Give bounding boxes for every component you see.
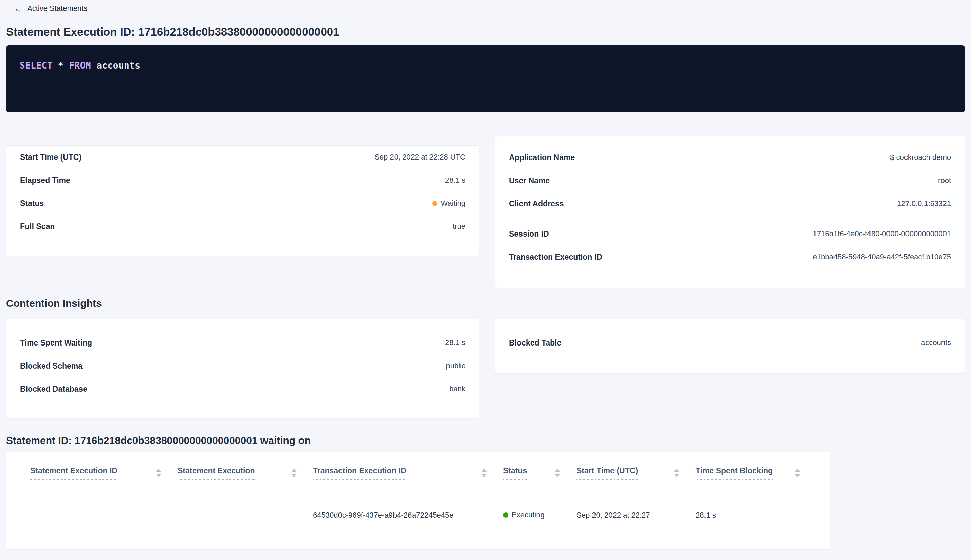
card-divider: [509, 218, 951, 219]
client-address-row: Client Address 127.0.0.1:63321: [509, 192, 951, 215]
blocked-table-row: Blocked Table accounts: [509, 331, 951, 354]
sql-statement-box: SELECT * FROM accounts: [6, 45, 965, 112]
blocked-database-value: bank: [449, 385, 465, 393]
blocked-database-row: Blocked Database bank: [20, 377, 465, 400]
sort-desc-icon: [795, 474, 800, 477]
sort-asc-icon: [555, 469, 560, 472]
status-executing-dot-icon: [503, 512, 508, 518]
transaction-execution-id-label: Transaction Execution ID: [509, 253, 602, 262]
column-header-statement-execution[interactable]: Statement Execution: [178, 466, 313, 480]
cell-time-spent-blocking: 28.1 s: [696, 511, 816, 520]
sort-icon: [674, 469, 679, 477]
waiting-on-table-card: Statement Execution ID Statement Executi…: [6, 452, 831, 550]
cell-status-text: Executing: [512, 510, 545, 519]
sql-keyword-select: SELECT: [20, 60, 53, 71]
user-name-label: User Name: [509, 176, 550, 185]
time-spent-waiting-value: 28.1 s: [445, 338, 465, 347]
waiting-on-table-header: Statement Execution ID Statement Executi…: [20, 452, 816, 490]
status-row: Status Waiting: [20, 192, 465, 215]
sql-table-name: accounts: [97, 60, 140, 71]
active-statement-details-page: ← Active Statements Statement Execution …: [0, 0, 971, 550]
transaction-execution-id-row: Transaction Execution ID e1bba458-5948-4…: [509, 245, 951, 268]
sort-icon: [555, 469, 560, 477]
column-header-label: Statement Execution: [178, 466, 255, 480]
time-spent-waiting-label: Time Spent Waiting: [20, 338, 92, 348]
sort-asc-icon: [156, 469, 161, 472]
column-header-start-time[interactable]: Start Time (UTC): [577, 466, 696, 480]
column-header-label: Time Spent Blocking: [696, 466, 773, 480]
column-header-time-spent-blocking[interactable]: Time Spent Blocking: [696, 466, 816, 480]
overview-cards-row: Start Time (UTC) Sep 20, 2022 at 22:28 U…: [6, 136, 965, 288]
application-name-row: Application Name $ cockroach demo: [509, 146, 951, 169]
sql-star: *: [58, 60, 63, 71]
blocked-table-value: accounts: [921, 338, 951, 347]
sort-asc-icon: [291, 469, 297, 472]
elapsed-time-value: 28.1 s: [445, 176, 465, 185]
cell-status: Executing: [503, 510, 577, 520]
back-to-active-statements-link[interactable]: ← Active Statements: [13, 4, 87, 13]
sort-icon: [291, 469, 297, 477]
sort-desc-icon: [481, 474, 487, 477]
start-time-row: Start Time (UTC) Sep 20, 2022 at 22:28 U…: [20, 146, 465, 169]
statement-overview-card: Start Time (UTC) Sep 20, 2022 at 22:28 U…: [6, 145, 479, 256]
blocked-schema-value: public: [446, 362, 465, 370]
status-value-text: Waiting: [441, 199, 465, 208]
column-header-label: Status: [503, 466, 527, 480]
column-header-transaction-execution-id[interactable]: Transaction Execution ID: [313, 466, 503, 480]
column-header-label: Start Time (UTC): [577, 466, 638, 480]
back-link-label: Active Statements: [27, 4, 87, 13]
time-spent-waiting-row: Time Spent Waiting 28.1 s: [20, 331, 465, 354]
full-scan-value: true: [452, 222, 465, 231]
elapsed-time-row: Elapsed Time 28.1 s: [20, 169, 465, 192]
status-label: Status: [20, 199, 44, 208]
elapsed-time-label: Elapsed Time: [20, 176, 70, 185]
column-header-label: Transaction Execution ID: [313, 466, 406, 480]
session-id-row: Session ID 1716b1f6-4e0c-f480-0000-00000…: [509, 222, 951, 245]
status-value: Waiting: [432, 199, 465, 208]
contention-insights-heading: Contention Insights: [6, 298, 965, 309]
blocked-database-label: Blocked Database: [20, 385, 87, 394]
waiting-on-heading: Statement ID: 1716b218dc0b38380000000000…: [6, 435, 965, 446]
sort-desc-icon: [156, 474, 161, 477]
cell-transaction-execution-id: 64530d0c-969f-437e-a9b4-26a72245e45e: [313, 511, 503, 520]
transaction-execution-id-link[interactable]: e1bba458-5948-40a9-a42f-5feac1b10e75: [813, 253, 951, 261]
cell-start-time: Sep 20, 2022 at 22:27: [577, 511, 696, 520]
client-address-label: Client Address: [509, 199, 564, 208]
sort-icon: [795, 469, 800, 477]
sort-icon: [481, 469, 487, 477]
full-scan-row: Full Scan true: [20, 215, 465, 238]
session-id-label: Session ID: [509, 230, 549, 238]
blocked-table-card: Blocked Table accounts: [495, 319, 965, 373]
client-address-value: 127.0.0.1:63321: [897, 199, 951, 208]
contention-cards-row: Time Spent Waiting 28.1 s Blocked Schema…: [6, 319, 965, 418]
sort-desc-icon: [291, 474, 297, 477]
column-header-status[interactable]: Status: [503, 466, 577, 480]
table-row: 64530d0c-969f-437e-a9b4-26a72245e45e Exe…: [20, 490, 816, 540]
full-scan-label: Full Scan: [20, 222, 55, 231]
blocked-schema-label: Blocked Schema: [20, 362, 82, 371]
blocked-schema-row: Blocked Schema public: [20, 354, 465, 377]
contention-details-card: Time Spent Waiting 28.1 s Blocked Schema…: [6, 319, 479, 418]
sort-asc-icon: [674, 469, 679, 472]
sort-asc-icon: [481, 469, 487, 472]
session-id-link[interactable]: 1716b1f6-4e0c-f480-0000-000000000001: [813, 230, 951, 238]
sql-keyword-from: FROM: [69, 60, 91, 71]
sort-asc-icon: [795, 469, 800, 472]
user-name-row: User Name root: [509, 169, 951, 192]
column-header-statement-execution-id[interactable]: Statement Execution ID: [20, 466, 178, 480]
page-title: Statement Execution ID: 1716b218dc0b3838…: [6, 25, 965, 38]
sort-desc-icon: [555, 474, 560, 477]
arrow-left-icon: ←: [13, 5, 22, 12]
application-name-value: $ cockroach demo: [890, 153, 951, 162]
start-time-value: Sep 20, 2022 at 22:28 UTC: [374, 153, 465, 162]
application-name-label: Application Name: [509, 153, 575, 162]
session-overview-card: Application Name $ cockroach demo User N…: [495, 136, 965, 288]
start-time-label: Start Time (UTC): [20, 153, 82, 162]
status-waiting-dot-icon: [432, 201, 437, 206]
user-name-value: root: [938, 176, 951, 185]
sort-icon: [156, 469, 161, 477]
blocked-table-label: Blocked Table: [509, 338, 561, 348]
sort-desc-icon: [674, 474, 679, 477]
column-header-label: Statement Execution ID: [30, 466, 117, 480]
